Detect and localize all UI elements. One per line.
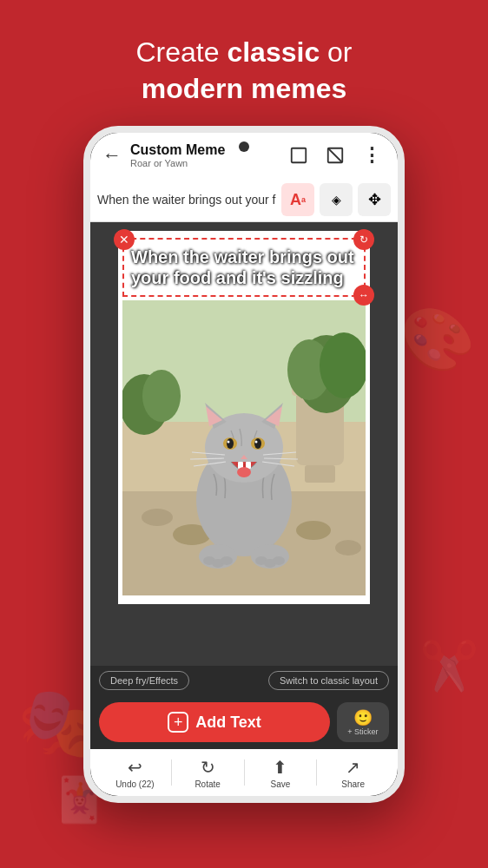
svg-point-10 <box>296 521 331 540</box>
phone-shell: ← Custom Meme Roar or Yawn ⋮ <box>83 126 405 803</box>
text-box-resize-handle[interactable]: ↔ <box>353 285 374 306</box>
svg-point-7 <box>142 509 173 526</box>
text-input-field[interactable] <box>97 193 276 207</box>
meme-text-line1: When the waiter brings out <box>131 247 357 267</box>
meme-text-line2: your food and it's sizzling <box>131 267 357 288</box>
undo-nav-item[interactable]: ↩ Undo (22) <box>99 757 171 789</box>
undo-label: Undo (22) <box>115 779 154 789</box>
app-subtitle: Roar or Yawn <box>130 158 276 168</box>
meme-text-content: When the waiter brings out your food and… <box>131 247 357 288</box>
hero-text-or: or <box>320 36 352 68</box>
svg-point-30 <box>228 441 230 444</box>
save-label: Save <box>270 779 290 789</box>
cat-illustration <box>122 300 366 595</box>
crop-icon-button[interactable] <box>321 141 349 169</box>
text-input-bar: Aa ◈ ✥ <box>90 178 398 222</box>
svg-point-19 <box>142 370 181 422</box>
svg-point-35 <box>237 467 251 477</box>
sticker-label: + Sticker <box>347 727 378 736</box>
undo-icon: ↩ <box>128 757 142 778</box>
meme-canvas: ✕ ↻ When the waiter brings out your food… <box>118 231 370 604</box>
rotate-nav-item[interactable]: ↻ Rotate <box>172 757 244 789</box>
font-tool-button[interactable]: Aa <box>281 183 314 216</box>
app-title: Custom Meme <box>130 142 276 158</box>
save-nav-item[interactable]: ⬆ Save <box>245 757 317 789</box>
back-button[interactable]: ← <box>102 144 122 167</box>
share-nav-item[interactable]: ↗ Share <box>317 757 389 789</box>
share-label: Share <box>341 779 365 789</box>
svg-line-1 <box>328 148 343 163</box>
svg-point-31 <box>255 441 258 444</box>
canvas-area: ✕ ↻ When the waiter brings out your food… <box>90 222 398 666</box>
cat-image <box>122 300 366 595</box>
bottom-actions-bar: Deep fry/Effects Switch to classic layou… <box>90 666 398 695</box>
sticker-button[interactable]: 🙂 + Sticker <box>337 702 389 742</box>
add-text-button[interactable]: + Add Text <box>99 702 330 742</box>
topbar-icons: ⋮ <box>285 141 386 169</box>
svg-point-11 <box>335 540 361 556</box>
svg-rect-0 <box>292 148 307 163</box>
svg-rect-14 <box>305 465 335 483</box>
app-content: ← Custom Meme Roar or Yawn ⋮ <box>90 133 398 796</box>
save-icon: ⬆ <box>273 757 287 778</box>
text-box-rotate-handle[interactable]: ↻ <box>353 229 374 250</box>
text-box-selected[interactable]: ✕ ↻ When the waiter brings out your food… <box>122 238 366 297</box>
app-topbar: ← Custom Meme Roar or Yawn ⋮ <box>90 133 398 178</box>
effects-button[interactable]: Deep fry/Effects <box>99 671 189 690</box>
svg-point-46 <box>221 556 233 565</box>
rotate-icon: ↻ <box>201 757 215 778</box>
svg-point-49 <box>273 556 285 565</box>
bottom-nav: ↩ Undo (22) ↻ Rotate ⬆ Save ↗ Share <box>90 749 398 796</box>
add-text-plus-icon: + <box>168 712 188 733</box>
switch-layout-button[interactable]: Switch to classic layout <box>268 671 389 690</box>
rotate-label: Rotate <box>195 779 220 789</box>
add-text-row: + Add Text 🙂 + Sticker <box>90 695 398 749</box>
share-icon: ↗ <box>346 757 360 778</box>
hero-title: Create classic or modern memes <box>0 35 488 107</box>
hero-text-classic: classic <box>227 36 320 68</box>
add-text-label: Add Text <box>195 713 261 732</box>
text-box-close-button[interactable]: ✕ <box>114 229 135 250</box>
svg-point-29 <box>254 438 261 449</box>
square-icon-button[interactable] <box>285 141 313 169</box>
style-tool-button[interactable]: ◈ <box>320 183 353 216</box>
title-group: Custom Meme Roar or Yawn <box>130 142 276 168</box>
move-tool-button[interactable]: ✥ <box>358 183 391 216</box>
hero-text-create: Create <box>135 36 227 68</box>
phone-notch <box>239 141 249 152</box>
sticker-icon: 🙂 <box>353 708 373 727</box>
more-options-button[interactable]: ⋮ <box>358 141 386 169</box>
hero-text-modern: modern memes <box>142 73 347 104</box>
svg-point-28 <box>227 438 234 449</box>
